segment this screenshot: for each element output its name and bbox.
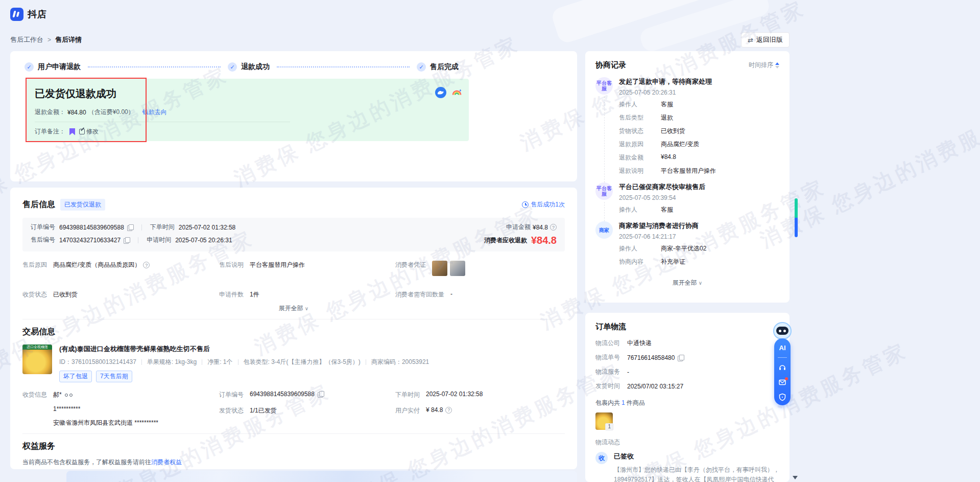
copy-icon[interactable] xyxy=(318,391,324,397)
summary-left: 订单编号 6943988145839609588 下单时间 2025-07-02… xyxy=(31,223,235,246)
product-image-label: 进口金枕榴莲 xyxy=(22,345,52,350)
product-tags: 坏了包退 7天售后期 xyxy=(59,371,429,382)
negotiation-record: 平台客服 发起了退款申请，等待商家处理 2025-07-05 20:26:31 … xyxy=(595,77,779,182)
field-receive-status: 收货状态 已收到货 xyxy=(22,290,219,299)
logistics-timeline: 收 已签收 【滁州市】您的快递已由【李丹（勿找平台，有事呼叫我），1894979… xyxy=(595,452,779,482)
doudian-logo-icon xyxy=(10,8,23,21)
package-count-line: 包裹内共1件商品 xyxy=(595,399,779,407)
aftersale-title: 售后信息 xyxy=(22,199,55,210)
clock-icon xyxy=(522,201,529,208)
aftersale-type-tag: 已发货仅退款 xyxy=(60,199,105,211)
logistics-status: 已签收 xyxy=(614,452,779,461)
copy-icon[interactable] xyxy=(678,355,684,361)
breadcrumb-parent[interactable]: 售后工作台 xyxy=(10,35,43,44)
consumer-rights-link[interactable]: 消费者权益 xyxy=(151,458,182,466)
tracking-no: 76716614858480 xyxy=(627,354,675,361)
breadcrumb-separator: > xyxy=(47,36,51,43)
logistics-dynamics-label: 物流动态 xyxy=(595,438,779,447)
question-icon[interactable]: ? xyxy=(143,262,150,268)
assistant-pill: AI xyxy=(774,338,791,405)
item-count-badge: 1 xyxy=(605,423,613,430)
time-sort-control[interactable]: 时间排序 xyxy=(749,61,779,70)
field-return-qty: 消费者需寄回数量 - xyxy=(395,290,565,299)
order-no-value: 6943988145839609588 xyxy=(59,224,124,231)
check-icon: ✓ xyxy=(228,62,237,72)
rainbow-star-icon[interactable] xyxy=(451,87,463,98)
rights-desc: 当前商品不包含权益服务，了解权益服务请前往消费者权益 xyxy=(22,458,565,467)
expand-all-button[interactable]: 展开全部∨ xyxy=(595,279,779,287)
ship-time-row: 发货时间 2025/07/02 03:15:27 xyxy=(595,382,779,391)
banner-icons xyxy=(435,87,463,98)
scrollbar-thumb-green[interactable] xyxy=(795,198,798,218)
trade-order-no-row: 订单编号 6943988145839609588 xyxy=(219,391,395,399)
banner-title: 已发货仅退款成功 xyxy=(35,87,461,101)
breadcrumb-current: 售后详情 xyxy=(55,35,82,44)
receiver-phone: 1********** xyxy=(53,405,158,412)
back-to-old-version-label: 返回旧版 xyxy=(756,35,783,44)
trade-order-time: 2025-07-02 01:32:58 xyxy=(426,391,483,398)
platform-service-avatar: 平台客服 xyxy=(595,182,613,200)
refund-amount: ¥84.80 xyxy=(67,109,86,116)
check-icon: ✓ xyxy=(25,62,34,72)
evidence-photo[interactable] xyxy=(450,261,465,276)
chevron-down-icon: ∨ xyxy=(699,280,702,286)
negotiation-record: 商家 商家希望与消费者进行协商 2025-07-06 14:21:17 操作人商… xyxy=(595,221,779,273)
copy-icon[interactable] xyxy=(124,237,130,243)
product-info: (有成)泰国进口金枕榴莲带壳鲜果催熟吃生切不售后 ID：376101580013… xyxy=(59,345,429,382)
product-image[interactable]: 进口金枕榴莲 xyxy=(22,345,52,374)
feige-dove-icon[interactable] xyxy=(435,87,446,98)
paid-amount: ¥ 84.8 xyxy=(426,406,443,414)
negotiation-card: 协商记录 时间排序 平台客服 发起了退款申请，等待商家处理 2025-07-05… xyxy=(585,51,790,303)
progress-steps: ✓ 用户申请退款 ✓ 退款成功 ✓ 售后完成 xyxy=(25,62,459,72)
ai-button[interactable]: AI xyxy=(776,342,788,353)
deco-bottom-band xyxy=(66,471,577,482)
section-divider xyxy=(22,433,565,434)
refund-success-banner: 已发货仅退款成功 退款金额： ¥84.80 （含运费¥0.00） 钱款去向 订单… xyxy=(27,79,469,141)
edit-note-button[interactable]: 修改 xyxy=(79,127,99,136)
rights-title: 权益服务 xyxy=(22,441,565,452)
field-reason: 售后原因 商品腐烂/变质（商品品质原因） ? xyxy=(22,261,219,276)
ai-robot-icon[interactable] xyxy=(773,322,792,339)
top-bar: 抖店 xyxy=(0,0,980,29)
logistics-card: 订单物流 物流公司 中通快递 物流单号 76716614858480 物流服务 … xyxy=(585,313,790,482)
ship-status: 1/1已发货 xyxy=(250,406,277,415)
evidence-photo[interactable] xyxy=(432,261,447,276)
aftersale-fields: 售后原因 商品腐烂/变质（商品品质原因） ? 售后说明 平台客服替用户操作 消费… xyxy=(22,261,565,299)
back-to-old-version-button[interactable]: ⇄ 返回旧版 xyxy=(741,32,790,48)
message-inbox-button[interactable] xyxy=(776,377,788,387)
tracking-no-row: 物流单号 76716614858480 xyxy=(595,353,779,362)
headset-support-button[interactable] xyxy=(776,362,788,373)
page: 抖店 售后工作台 > 售后详情 ⇄ 返回旧版 ✓ 用户申请退款 ✓ 退款成功 ✓ xyxy=(0,0,980,482)
negotiation-title: 协商记录 xyxy=(595,60,626,70)
field-apply-count: 申请件数 1件 xyxy=(219,290,395,299)
ship-status-row: 发货状态 1/1已发货 xyxy=(219,406,395,415)
banner-divider xyxy=(35,122,290,122)
switch-version-icon: ⇄ xyxy=(748,36,753,44)
copy-icon[interactable] xyxy=(127,224,133,231)
question-icon[interactable]: ? xyxy=(445,407,452,414)
aftersale-success-count-link[interactable]: 售后成功1次 xyxy=(522,200,565,209)
step-user-apply: ✓ 用户申请退款 xyxy=(25,62,81,72)
receivable-amount: ¥84.8 xyxy=(531,235,557,246)
expand-all-button[interactable]: 展开全部∨ xyxy=(22,304,565,313)
package-item-image[interactable]: 1 xyxy=(595,412,613,430)
aftersale-no-value: 147032432710633427 xyxy=(59,237,121,244)
logistics-service-row: 物流服务 - xyxy=(595,368,779,376)
notification-dot xyxy=(785,377,788,380)
reveal-privacy-icon[interactable] xyxy=(65,394,73,397)
trade-grid: 收货信息 郝* 1********** 安徽省滁州市凤阳县玄武街道 ******… xyxy=(22,391,565,427)
receiver-name: 郝* xyxy=(53,391,62,399)
aftersale-summary-box: 订单编号 6943988145839609588 下单时间 2025-07-02… xyxy=(22,218,565,251)
help-shield-button[interactable] xyxy=(776,392,788,402)
aftersale-no-row: 售后编号 147032432710633427 申请时间 2025-07-05 … xyxy=(31,236,235,244)
bookmark-icon[interactable] xyxy=(69,128,75,135)
step-refund-success: ✓ 退款成功 xyxy=(228,62,270,72)
breadcrumb-row: 售后工作台 > 售后详情 ⇄ 返回旧版 xyxy=(10,33,790,47)
scroll-down-arrow-icon[interactable] xyxy=(793,476,798,479)
scrollbar-thumb-blue[interactable] xyxy=(795,218,798,237)
page-scrollbar xyxy=(795,0,798,482)
question-icon[interactable]: ? xyxy=(550,224,557,231)
money-trace-link[interactable]: 钱款去向 xyxy=(142,108,167,117)
product-name[interactable]: (有成)泰国进口金枕榴莲带壳鲜果催熟吃生切不售后 xyxy=(59,345,429,354)
edit-icon xyxy=(79,129,85,134)
